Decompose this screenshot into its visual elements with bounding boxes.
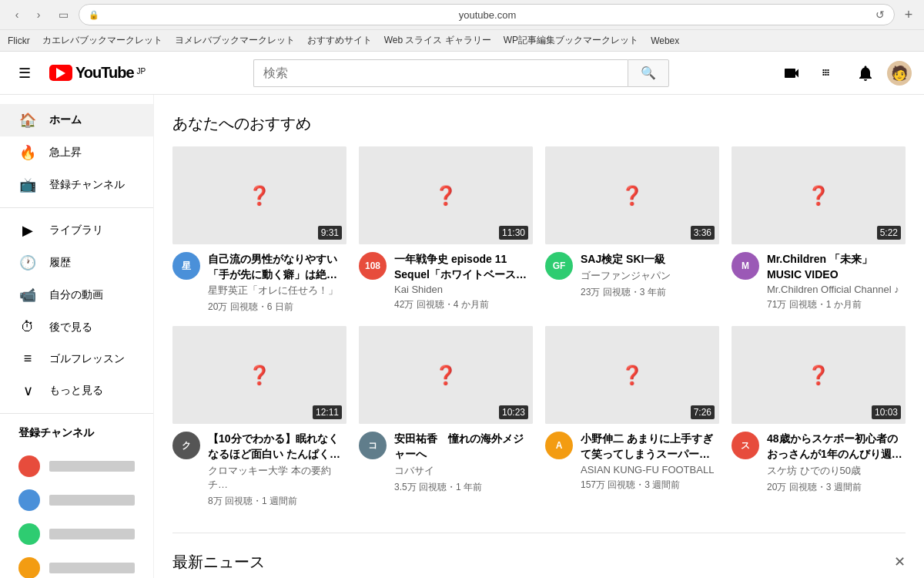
youtube-header: ☰ YouTubeJP 🔍 🧑 [0, 52, 924, 95]
video-duration-6: 10:23 [499, 405, 528, 419]
channel-name-4 [49, 563, 135, 573]
chevron-down-icon: ∨ [18, 382, 37, 399]
video-card-2[interactable]: ❓ 11:30 108 一年戦争史 episode 11 Sequel「ホワイト… [359, 146, 533, 314]
youtube-jp: JP [137, 67, 146, 76]
channel-item-1[interactable] [0, 449, 153, 483]
video-channel-avatar-5: ク [172, 432, 200, 459]
video-channel-avatar-2: 108 [359, 252, 387, 280]
menu-button[interactable]: ☰ [12, 59, 37, 88]
video-details-1: 自己流の男性がなりやすい「手が先に動く癖」は絶対に治し… 星野英正「オレに任せろ… [208, 252, 346, 314]
video-thumbnail-7: ❓ 7:26 [545, 326, 719, 424]
channel-avatar-3 [18, 523, 40, 545]
video-details-2: 一年戦争史 episode 11 Sequel「ホワイトベース隊の… Kai S… [394, 252, 533, 311]
video-duration-1: 9:31 [318, 226, 342, 240]
recommended-title: あなたへのおすすめ [172, 113, 906, 134]
bookmark-flickr[interactable]: Flickr [8, 35, 30, 46]
sidebar-item-watch-later[interactable]: ⏱ 後で見る [0, 311, 153, 343]
lock-icon: 🔒 [89, 10, 99, 20]
my-videos-icon: 📹 [18, 287, 37, 304]
bookmark-kaereba[interactable]: カエレバブックマークレット [42, 34, 162, 47]
video-channel-name-8: スケ坊 ひでのり50歳 [767, 464, 906, 478]
video-channel-name-7: ASIAN KUNG-FU FOOTBALL [581, 464, 719, 476]
video-card-4[interactable]: ❓ 5:22 M Mr.Children 「未来」 MUSIC VIDEO Mr… [732, 146, 906, 314]
header-left: ☰ YouTubeJP [12, 59, 146, 88]
video-thumbnail-4: ❓ 5:22 [732, 146, 906, 244]
channel-avatar-1 [18, 455, 40, 477]
video-channel-avatar-4: M [732, 252, 759, 280]
video-info-4: M Mr.Children 「未来」 MUSIC VIDEO Mr.Childr… [732, 252, 906, 311]
sidebar-item-history[interactable]: 🕐 履歴 [0, 247, 153, 279]
sidebar-item-my-videos[interactable]: 📹 自分の動画 [0, 279, 153, 311]
video-thumbnail-8: ❓ 10:03 [732, 326, 906, 424]
video-placeholder-icon-6: ❓ [434, 365, 457, 386]
trending-icon: 🔥 [18, 144, 37, 161]
play-triangle [56, 68, 65, 79]
channel-item-3[interactable] [0, 517, 153, 551]
upload-video-button[interactable] [776, 58, 807, 89]
video-card-3[interactable]: ❓ 3:36 GF SAJ検定 SKI一級 ゴーファンジャパン 23万 回視聴・… [545, 146, 719, 314]
sidebar-item-home[interactable]: 🏠 ホーム [0, 104, 153, 136]
sidebar-watch-later-label: 後で見る [49, 321, 92, 334]
sidebar-item-library[interactable]: ▶ ライブラリ [0, 214, 153, 247]
section-divider [172, 533, 906, 533]
browser-chrome: ‹ › ▭ 🔒 youtube.com ↺ + Flickr カエレバブックマー… [0, 0, 924, 52]
search-form: 🔍 [253, 59, 669, 87]
user-avatar[interactable]: 🧑 [887, 61, 912, 86]
video-meta-1: 20万 回視聴・6 日前 [208, 301, 346, 314]
library-icon: ▶ [18, 222, 37, 239]
new-tab-button[interactable]: + [901, 7, 916, 22]
channel-item-2[interactable] [0, 483, 153, 517]
video-details-5: 【10分でわかる】眠れなくなるほど面白い たんぱく質の話… クロマッキー大学 本… [208, 432, 346, 507]
sidebar-item-trending[interactable]: 🔥 急上昇 [0, 136, 153, 169]
video-duration-5: 12:11 [313, 405, 342, 419]
video-placeholder-icon-2: ❓ [434, 185, 457, 207]
bookmark-wp[interactable]: WP記事編集ブックマークレット [504, 34, 638, 47]
video-thumbnail-6: ❓ 10:23 [359, 326, 533, 424]
reload-button[interactable]: ↺ [875, 8, 885, 21]
search-button[interactable]: 🔍 [628, 59, 669, 87]
bell-icon [856, 64, 875, 82]
search-input[interactable] [253, 59, 628, 87]
video-channel-name-3: ゴーファンジャパン [581, 269, 719, 283]
video-card-1[interactable]: ❓ 9:31 星 自己流の男性がなりやすい「手が先に動く癖」は絶対に治し… 星野… [172, 146, 346, 314]
sidebar-item-more[interactable]: ∨ もっと見る [0, 375, 153, 407]
apps-button[interactable] [813, 58, 844, 89]
back-button[interactable]: ‹ [8, 5, 26, 24]
sidebar-subscriptions-label: 登録チャンネル [49, 178, 125, 192]
video-meta-2: 42万 回視聴・4 か月前 [394, 298, 533, 311]
sidebar-golf-label: ゴルフレッスン [49, 352, 125, 366]
video-details-4: Mr.Children 「未来」 MUSIC VIDEO Mr.Children… [767, 252, 906, 311]
video-info-7: A 小野伸二 あまりに上手すぎて笑ってしまうスーパープレー集… ASIAN KU… [545, 432, 719, 491]
video-card-6[interactable]: ❓ 10:23 コ 安田祐香 憧れの海外メジャーへ コバサイ 3.5万 回視聴・… [359, 326, 533, 507]
video-channel-name-6: コバサイ [394, 464, 533, 478]
bookmark-webex[interactable]: Webex [651, 35, 679, 46]
bookmark-yomereba[interactable]: ヨメレバブックマークレット [175, 34, 295, 47]
browser-nav-buttons: ‹ › [8, 5, 48, 24]
forward-button[interactable]: › [29, 5, 48, 24]
bookmark-osusume[interactable]: おすすめサイト [307, 34, 372, 47]
video-info-1: 星 自己流の男性がなりやすい「手が先に動く癖」は絶対に治し… 星野英正「オレに任… [172, 252, 346, 314]
channel-name-1 [49, 461, 135, 472]
news-close-button[interactable]: ✕ [894, 553, 906, 570]
video-info-6: コ 安田祐香 憧れの海外メジャーへ コバサイ 3.5万 回視聴・1 年前 [359, 432, 533, 493]
sidebar-item-golf[interactable]: ≡ ゴルフレッスン [0, 343, 153, 375]
channel-item-4[interactable] [0, 551, 153, 578]
video-duration-7: 7:26 [691, 405, 715, 419]
video-placeholder-icon-8: ❓ [807, 365, 830, 386]
video-card-7[interactable]: ❓ 7:26 A 小野伸二 あまりに上手すぎて笑ってしまうスーパープレー集… A… [545, 326, 719, 507]
sidebar-item-subscriptions[interactable]: 📺 登録チャンネル [0, 169, 153, 201]
video-card-5[interactable]: ❓ 12:11 ク 【10分でわかる】眠れなくなるほど面白い たんぱく質の話… … [172, 326, 346, 507]
minimize-button[interactable]: ▭ [54, 7, 72, 22]
video-channel-avatar-7: A [545, 432, 573, 459]
address-bar[interactable]: 🔒 youtube.com ↺ [79, 4, 895, 25]
notifications-button[interactable] [850, 58, 881, 89]
video-thumbnail-3: ❓ 3:36 [545, 146, 719, 244]
youtube-logo[interactable]: YouTubeJP [49, 64, 146, 82]
video-title-1: 自己流の男性がなりやすい「手が先に動く癖」は絶対に治し… [208, 252, 346, 282]
video-meta-7: 157万 回視聴・3 週間前 [581, 479, 719, 492]
video-info-5: ク 【10分でわかる】眠れなくなるほど面白い たんぱく質の話… クロマッキー大学… [172, 432, 346, 507]
subscriptions-icon: 📺 [18, 176, 37, 193]
bookmark-web-slice[interactable]: Web スライス ギャラリー [384, 34, 491, 47]
video-card-8[interactable]: ❓ 10:03 ス 48歳からスケボー初心者のおっさんが1年のんびり週１でやっ…… [732, 326, 906, 507]
video-channel-avatar-8: ス [732, 432, 759, 459]
